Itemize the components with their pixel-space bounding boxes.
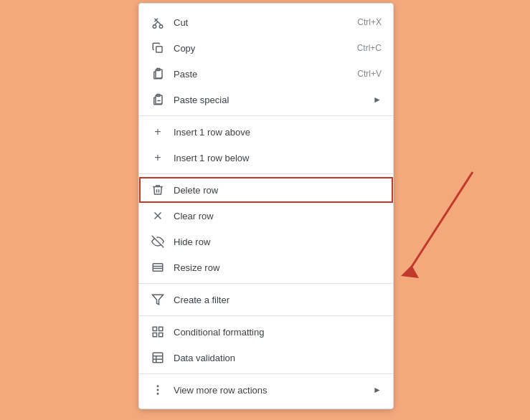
svg-rect-21: [159, 333, 163, 337]
clear-row-item[interactable]: Clear row: [139, 203, 393, 229]
section-row-ops: Delete row Clear row Hide row: [139, 174, 393, 284]
paste-special-arrow: ►: [373, 95, 382, 105]
insert-row-below-label: Insert 1 row below: [174, 153, 382, 163]
create-filter-item[interactable]: Create a filter: [139, 287, 393, 312]
insert-row-below-item[interactable]: + Insert 1 row below: [139, 145, 393, 171]
resize-row-label: Resize row: [174, 262, 382, 273]
data-validation-label: Data validation: [174, 353, 382, 363]
clear-row-icon: [151, 209, 165, 223]
svg-marker-30: [401, 265, 419, 278]
view-more-arrow: ►: [373, 385, 382, 395]
svg-line-29: [408, 172, 473, 272]
svg-point-1: [159, 25, 163, 29]
view-more-item[interactable]: View more row actions ►: [139, 377, 393, 403]
cut-label: Cut: [174, 17, 346, 28]
copy-label: Copy: [174, 43, 346, 54]
cut-shortcut: Ctrl+X: [357, 17, 382, 27]
clear-row-label: Clear row: [174, 211, 382, 221]
insert-row-above-label: Insert 1 row above: [174, 127, 382, 138]
paste-label: Paste: [174, 69, 346, 80]
svg-rect-22: [153, 353, 163, 363]
hide-row-item[interactable]: Hide row: [139, 229, 393, 254]
view-more-label: View more row actions: [174, 385, 367, 396]
paste-special-icon: [151, 92, 165, 107]
svg-rect-19: [159, 327, 163, 330]
cut-item[interactable]: Cut Ctrl+X: [139, 9, 393, 35]
delete-row-item[interactable]: Delete row: [139, 177, 393, 203]
svg-point-26: [157, 386, 158, 387]
more-icon: [151, 383, 165, 397]
delete-row-label: Delete row: [174, 185, 382, 196]
paste-item[interactable]: Paste Ctrl+V: [139, 61, 393, 87]
svg-rect-20: [153, 333, 156, 337]
context-menu: Cut Ctrl+X Copy Ctrl+C Paste: [138, 3, 394, 409]
section-formatting: Conditional formatting Data validation: [139, 316, 393, 374]
svg-point-0: [153, 25, 156, 29]
insert-row-below-icon: +: [151, 151, 165, 165]
create-filter-label: Create a filter: [174, 295, 382, 305]
resize-row-item[interactable]: Resize row: [139, 254, 393, 280]
conditional-formatting-icon: [151, 325, 165, 339]
paste-icon: [151, 67, 165, 81]
section-clipboard: Cut Ctrl+X Copy Ctrl+C Paste: [139, 6, 393, 116]
svg-rect-5: [156, 47, 162, 52]
copy-icon: [151, 41, 165, 55]
section-more: View more row actions ►: [139, 374, 393, 406]
insert-row-above-icon: +: [151, 125, 165, 139]
svg-point-28: [157, 393, 158, 395]
svg-rect-18: [153, 327, 156, 330]
copy-shortcut: Ctrl+C: [357, 43, 382, 53]
section-insert: + Insert 1 row above + Insert 1 row belo…: [139, 116, 393, 174]
paste-special-label: Paste special: [174, 95, 367, 105]
paste-shortcut: Ctrl+V: [357, 69, 382, 79]
data-validation-item[interactable]: Data validation: [139, 345, 393, 371]
conditional-formatting-label: Conditional formatting: [174, 327, 382, 338]
insert-row-above-item[interactable]: + Insert 1 row above: [139, 119, 393, 145]
filter-icon: [151, 292, 165, 307]
hide-row-icon: [151, 234, 165, 249]
delete-row-icon: [151, 183, 165, 197]
paste-special-item[interactable]: Paste special ►: [139, 87, 393, 113]
cut-icon: [151, 15, 165, 29]
conditional-formatting-item[interactable]: Conditional formatting: [139, 319, 393, 345]
resize-row-icon: [151, 260, 165, 275]
hide-row-label: Hide row: [174, 237, 382, 247]
svg-line-2: [155, 22, 158, 25]
copy-item[interactable]: Copy Ctrl+C: [139, 35, 393, 61]
svg-point-27: [157, 389, 158, 391]
data-validation-icon: [151, 350, 165, 365]
svg-marker-17: [153, 295, 164, 305]
section-filter: Create a filter: [139, 284, 393, 316]
svg-rect-14: [153, 264, 163, 272]
